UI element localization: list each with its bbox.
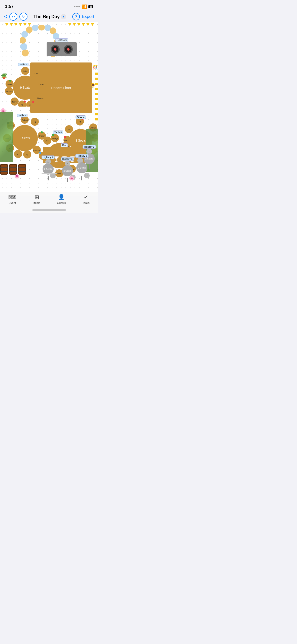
highboy-1-group[interactable]: Highboy 1 1 2 Seats 2 xyxy=(73,158,91,180)
table-1-label: Table 1 xyxy=(18,63,28,66)
svg-text:Paul: Paul xyxy=(40,83,44,85)
export-button[interactable]: Export xyxy=(82,14,94,19)
svg-text:9 Seats: 9 Seats xyxy=(20,86,30,89)
plant-1: 🪴 xyxy=(1,73,7,79)
nav-left-controls: < ↩ ↻ xyxy=(4,13,27,21)
status-time: 1:57 xyxy=(5,4,14,9)
vertical-banner xyxy=(95,73,98,123)
svg-marker-12 xyxy=(91,23,94,26)
undo-button[interactable]: ↩ xyxy=(9,13,17,21)
items-label: Items xyxy=(34,201,40,204)
svg-text:8: 8 xyxy=(69,128,70,131)
highboy-1-top: 2 Seats xyxy=(76,162,87,173)
svg-marker-2 xyxy=(10,23,13,26)
status-icons: 📶 ▓ xyxy=(74,4,93,9)
flower-barrel: 🌸 xyxy=(14,173,20,179)
vinyl-left xyxy=(51,45,60,54)
svg-text:Jimmy: Jimmy xyxy=(12,101,17,103)
svg-text:John: John xyxy=(7,83,12,85)
table-1-group[interactable]: Table 1 9 Seats John Michael Jimmy +1 +1 xyxy=(5,64,45,108)
title-dropdown-icon[interactable]: ▾ xyxy=(61,14,66,19)
flower-right: 🌸 xyxy=(69,175,74,181)
tab-items[interactable]: ⊞ Items xyxy=(25,194,49,204)
svg-point-21 xyxy=(50,27,56,34)
svg-marker-9 xyxy=(77,23,81,26)
highboy-4: 1 2 Seats 2 xyxy=(40,159,56,180)
svg-text:8 Seats: 8 Seats xyxy=(76,139,86,142)
dj-booth: DJ Booth xyxy=(47,42,77,59)
event-label: Event xyxy=(9,201,16,204)
guests-label: Guests xyxy=(57,201,66,204)
highboy-1-label: Highboy 1 xyxy=(75,154,89,158)
svg-text:William: William xyxy=(90,127,96,129)
redo-button[interactable]: ↻ xyxy=(19,13,27,21)
battery-icon: ▓ xyxy=(88,5,93,8)
guests-icon: 👤 xyxy=(58,194,65,201)
highboy-4-label: Highboy 4 xyxy=(41,155,55,159)
svg-point-18 xyxy=(32,25,39,31)
svg-marker-10 xyxy=(82,23,85,26)
svg-point-17 xyxy=(26,26,32,33)
items-icon: ⊞ xyxy=(35,194,39,201)
help-button[interactable]: ? xyxy=(72,13,80,20)
svg-point-19 xyxy=(38,25,45,30)
barrels xyxy=(0,164,26,175)
tab-event[interactable]: ⌨ Event xyxy=(0,194,25,204)
svg-point-37 xyxy=(24,101,26,103)
highboy-4-group[interactable]: Highboy 4 1 2 Seats 2 xyxy=(40,159,56,180)
svg-text:+1: +1 xyxy=(79,121,81,123)
highboy-3-label: Highboy 3 xyxy=(61,157,74,161)
status-bar: 1:57 📶 ▓ xyxy=(0,0,98,11)
tab-tasks[interactable]: ✓ Tasks xyxy=(74,194,98,204)
svg-text:George: George xyxy=(52,137,58,140)
svg-point-15 xyxy=(20,37,26,44)
nav-title-group[interactable]: The Big Day ▾ xyxy=(34,14,66,19)
svg-marker-1 xyxy=(5,23,9,26)
svg-text:+1: +1 xyxy=(26,154,28,156)
svg-text:Lori: Lori xyxy=(35,73,38,75)
svg-text:Robert: Robert xyxy=(22,119,28,121)
svg-point-13 xyxy=(22,49,29,56)
svg-marker-8 xyxy=(73,23,76,26)
nav-bar: < ↩ ↻ The Big Day ▾ ? Export xyxy=(0,11,98,22)
svg-marker-3 xyxy=(14,23,18,26)
highboy-2-label: Highboy 2 xyxy=(83,145,96,149)
banner-right: 🎊 xyxy=(93,65,98,70)
wifi-icon: 📶 xyxy=(82,4,87,9)
highboy-1: 1 2 Seats 2 xyxy=(73,158,91,180)
table-4-label: Table 4 xyxy=(76,115,86,119)
signal-icon xyxy=(74,6,80,7)
dj-booth-label: DJ Booth xyxy=(55,38,68,42)
home-indicator xyxy=(32,209,66,211)
svg-text:+1: +1 xyxy=(29,104,31,106)
svg-marker-7 xyxy=(68,23,72,26)
svg-text:+1: +1 xyxy=(17,153,19,155)
tasks-label: Tasks xyxy=(82,201,89,204)
nav-right-controls: ? Export xyxy=(72,13,94,20)
svg-marker-11 xyxy=(86,23,90,26)
svg-text:Jimmie: Jimmie xyxy=(37,97,44,99)
highboy-1-seat-2: 2 xyxy=(84,173,90,178)
svg-point-77 xyxy=(52,134,54,136)
svg-text:+1: +1 xyxy=(34,121,36,123)
svg-point-30 xyxy=(9,80,11,82)
trellis-left xyxy=(0,112,13,162)
flower-2: 🌻 xyxy=(90,83,96,88)
table-2-label: Table 2 xyxy=(17,114,27,117)
nav-title: The Big Day xyxy=(34,14,60,19)
svg-text:Ann: Ann xyxy=(46,140,49,142)
svg-text:9 Seats: 9 Seats xyxy=(20,136,30,140)
dj-box xyxy=(47,42,77,56)
vinyl-right xyxy=(64,45,73,54)
svg-point-14 xyxy=(20,43,27,50)
svg-text:Michael: Michael xyxy=(6,90,13,92)
tasks-icon: ✓ xyxy=(84,194,88,201)
back-button[interactable]: < xyxy=(4,13,7,20)
seating-canvas[interactable]: Dance Floor DJ Booth Table 1 9 Seats Joh… xyxy=(0,22,98,196)
scroll-indicator xyxy=(42,173,57,174)
bar-label: Bar xyxy=(61,143,68,147)
svg-text:+1: +1 xyxy=(21,104,23,106)
tab-guests[interactable]: 👤 Guests xyxy=(49,194,74,204)
svg-point-40 xyxy=(32,101,34,103)
svg-text:Julia: Julia xyxy=(23,70,27,72)
